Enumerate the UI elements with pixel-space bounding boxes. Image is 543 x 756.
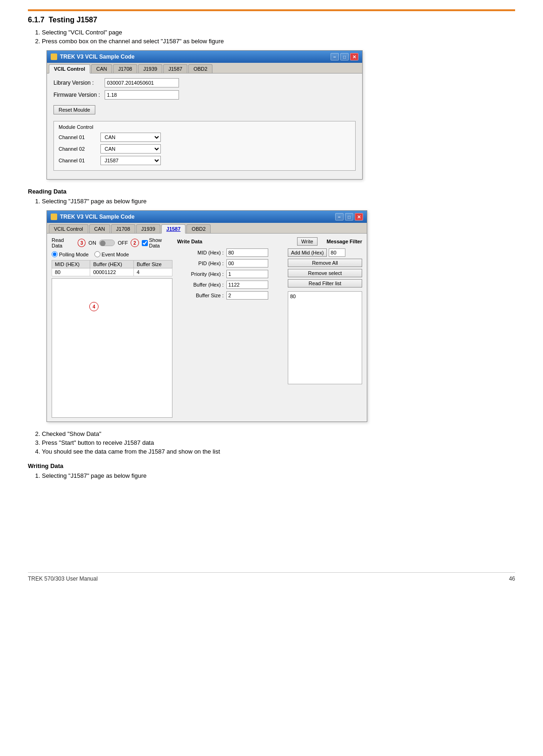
section-title: 6.1.7 Testing J1587 [28, 16, 97, 24]
reset-moulde-button[interactable]: Reset Moulde [53, 105, 95, 114]
left-data-area: 4 [52, 278, 172, 418]
add-mid-row: Add Mid (Hex) [288, 248, 362, 257]
tab-obd2-win1[interactable]: OBD2 [188, 64, 212, 73]
field-bufsize: Buffer Size : [177, 291, 283, 300]
tab-vcil-control[interactable]: VCIL Control [49, 64, 90, 74]
remove-all-row: Remove All [288, 259, 362, 267]
data-table: MID (HEX) Buffer (HEX) Buffer Size 80 00… [52, 260, 172, 276]
orange-bar [28, 9, 515, 11]
remove-select-button[interactable]: Remove select [288, 269, 362, 277]
tab2-vcil-control[interactable]: VCIL Control [49, 224, 88, 233]
on-label: ON [88, 240, 96, 246]
bufsize-input[interactable] [226, 291, 268, 300]
read-filter-list-button[interactable]: Read Filter list [288, 279, 362, 288]
toggle-slider[interactable] [99, 240, 115, 246]
write-fields: MID (Hex) : PID (Hex) : Priority (Hex) :… [177, 248, 283, 384]
instruction-1: Selecting "VCIL Control" page [42, 29, 515, 36]
top-instructions: Selecting "VCIL Control" page Press comb… [42, 29, 515, 45]
message-filter-label: Message Filter [327, 239, 362, 244]
read-data-bar: Read Data 3 ON OFF 2 Show Data [52, 237, 172, 248]
bufsize-label: Buffer Size : [177, 293, 224, 298]
footer-right: 46 [509, 575, 515, 582]
add-mid-button[interactable]: Add Mid (Hex) [288, 248, 327, 257]
field-priority: Priority (Hex) : [177, 270, 283, 278]
win2-body: Read Data 3 ON OFF 2 Show Data Polling M… [47, 234, 367, 421]
add-mid-value-input[interactable] [329, 248, 345, 257]
library-version-input[interactable] [105, 78, 179, 87]
polling-mode-radio[interactable] [52, 251, 58, 257]
tab-j1708[interactable]: J1708 [113, 64, 137, 73]
footer-left: TREK 570/303 User Manual [28, 575, 98, 582]
filter-value-text: 80 [290, 294, 296, 299]
channel-01b-select[interactable]: J1587 [100, 156, 161, 165]
tab-can[interactable]: CAN [91, 64, 112, 73]
module-control-box: Module Control Channel 01 CAN Channel 02… [53, 121, 356, 171]
tab2-can[interactable]: CAN [89, 224, 110, 233]
win1-maximize-button[interactable]: □ [340, 53, 349, 60]
message-filter-section: Add Mid (Hex) Remove All Remove select R… [288, 248, 362, 384]
radio-row: Polling Mode Event Mode [52, 251, 172, 257]
win1-body: Library Version : Firmware Version : Res… [47, 74, 362, 179]
channel-02-select[interactable]: CAN [100, 144, 161, 154]
instruction-2: Press combo box on the channel and selec… [42, 38, 515, 45]
window2: TREK V3 VCIL Sample Code − □ ✕ VCIL Cont… [46, 210, 367, 422]
circle-4: 4 [89, 302, 99, 311]
win1-minimize-button[interactable]: − [331, 53, 339, 60]
mid-input[interactable] [226, 248, 268, 257]
field-pid: PID (Hex) : [177, 259, 283, 268]
win1-close-button[interactable]: ✕ [350, 53, 358, 60]
tab2-obd2[interactable]: OBD2 [186, 224, 211, 233]
win2-close-button[interactable]: ✕ [355, 213, 363, 221]
write-data-label: Write Data [177, 239, 202, 244]
read-filter-list-row: Read Filter list [288, 279, 362, 288]
channel-row-1: Channel 02 CAN [59, 144, 351, 154]
polling-mode-label: Polling Mode [52, 251, 89, 257]
read-data-label: Read Data [52, 237, 75, 248]
writing-instructions: Selecting "J1587" page as below figure [42, 472, 515, 479]
win2-tabs: VCIL Control CAN J1708 J1939 J1587 OBD2 [47, 223, 367, 234]
channel-01-label: Channel 01 [59, 134, 100, 140]
show-data-checkbox[interactable] [142, 240, 148, 246]
module-control-label: Module Control [59, 124, 351, 130]
event-mode-radio[interactable] [94, 251, 100, 257]
tab-j1939[interactable]: J1939 [138, 64, 162, 73]
event-mode-label: Event Mode [94, 251, 129, 257]
tab2-j1587[interactable]: J1587 [161, 224, 186, 234]
pid-input[interactable] [226, 259, 268, 268]
firmware-version-input[interactable] [105, 90, 179, 100]
library-version-label: Library Version : [53, 80, 105, 86]
col-buffer: Buffer (HEX) [90, 261, 134, 268]
remove-all-button[interactable]: Remove All [288, 259, 362, 267]
channel-row-0: Channel 01 CAN [59, 133, 351, 142]
off-label: OFF [118, 240, 128, 246]
reading-data-heading: Reading Data [28, 188, 515, 195]
filter-value-area: 80 [288, 291, 362, 384]
cell-mid: 80 [52, 268, 90, 276]
cell-bufsize: 4 [134, 268, 172, 276]
write-button[interactable]: Write [297, 237, 317, 246]
channel-02-label: Channel 02 [59, 146, 100, 152]
priority-input[interactable] [226, 270, 268, 278]
tab2-j1939[interactable]: J1939 [136, 224, 160, 233]
right-panel: Write Data Write Message Filter MID (Hex… [177, 237, 362, 418]
after-instructions: Checked "Show Data" Press "Start" button… [42, 430, 515, 455]
window1: TREK V3 VCIL Sample Code − □ ✕ VCIL Cont… [46, 50, 363, 180]
win1-title-left: TREK V3 VCIL Sample Code [51, 54, 134, 60]
left-panel: Read Data 3 ON OFF 2 Show Data Polling M… [52, 237, 172, 418]
channel-01-select[interactable]: CAN [100, 133, 161, 142]
win2-minimize-button[interactable]: − [335, 213, 344, 221]
writing-instruction-1: Selecting "J1587" page as below figure [42, 472, 515, 479]
win2-maximize-button[interactable]: □ [345, 213, 353, 221]
reading-instructions: Selecting "J1587" page as below figure [42, 198, 515, 205]
priority-label: Priority (Hex) : [177, 271, 224, 277]
channel-01b-label: Channel 01 [59, 158, 100, 163]
buffer-input[interactable] [226, 281, 268, 289]
page-footer: TREK 570/303 User Manual 46 [28, 572, 515, 582]
channel-row-2: Channel 01 J1587 [59, 156, 351, 165]
circle-2: 2 [131, 239, 139, 247]
pid-label: PID (Hex) : [177, 261, 224, 266]
tab2-j1708[interactable]: J1708 [111, 224, 135, 233]
col-bufsize: Buffer Size [134, 261, 172, 268]
tab-j1587-win1[interactable]: J1587 [163, 64, 187, 73]
after-instruction-4: You should see the data came from the J1… [42, 448, 515, 455]
